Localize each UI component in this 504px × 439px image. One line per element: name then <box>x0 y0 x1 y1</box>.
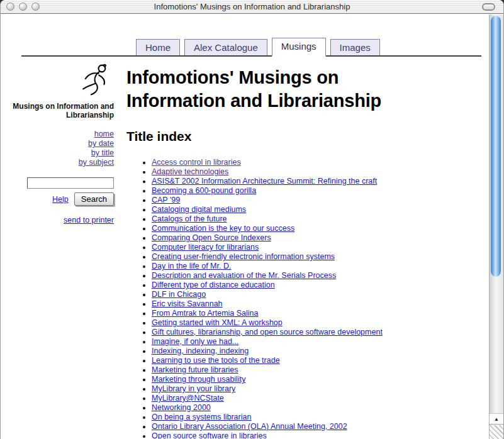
list-item: Learning to use the tools of the trade <box>152 356 489 365</box>
title-link[interactable]: Indexing, indexing, indexing <box>152 347 249 355</box>
window-titlebar[interactable]: Infomotions' Musings on Information and … <box>1 0 503 14</box>
sidebar: Musings on Information and Librarianship… <box>1 57 118 439</box>
sidebar-nav: home by date by title by subject <box>1 130 114 167</box>
list-item: Day in the life of Mr. D. <box>152 262 489 271</box>
list-item: MyLibrary@NCState <box>152 394 489 403</box>
title-link[interactable]: Marketing through usability <box>152 375 245 384</box>
list-item: Adaptive technologies <box>152 167 489 177</box>
zoom-button[interactable] <box>31 3 40 11</box>
title-link[interactable]: Becoming a 600-pound gorilla <box>152 186 256 195</box>
list-item: CAP '99 <box>152 196 489 205</box>
title-link[interactable]: Ontario Library Association (OLA) Annual… <box>152 422 347 431</box>
tab[interactable]: Images <box>330 39 380 55</box>
title-link[interactable]: Imagine, if only we had... <box>152 337 238 346</box>
list-item: Catalogs of the future <box>152 214 489 224</box>
minimize-button[interactable] <box>19 3 27 11</box>
title-link[interactable]: Creating user-friendly electronic inform… <box>152 252 335 261</box>
list-item: Imagine, if only we had... <box>152 337 489 347</box>
sidebar-nav-link[interactable]: by subject <box>1 158 114 167</box>
list-item: Different type of distance education <box>152 281 489 290</box>
list-item: Marketing future libraries <box>152 365 489 375</box>
list-item: MyLibrary in your library <box>152 384 489 394</box>
browser-window: Infomotions' Musings on Information and … <box>0 0 504 439</box>
title-link[interactable]: Networking 2000 <box>152 403 211 412</box>
sidebar-nav-link[interactable]: by date <box>1 139 114 148</box>
search-input[interactable] <box>27 177 114 189</box>
body-columns: Musings on Information and Librarianship… <box>1 57 489 439</box>
title-link[interactable]: Description and evaluation of the Mr. Se… <box>152 271 336 280</box>
window-title: Infomotions' Musings on Information and … <box>1 2 503 11</box>
tab-label: Alex Catalogue <box>194 42 258 53</box>
title-link[interactable]: Different type of distance education <box>152 281 275 289</box>
title-link[interactable]: CAP '99 <box>152 196 180 204</box>
tab-label: Home <box>145 42 171 53</box>
tab[interactable]: Musings <box>272 38 326 57</box>
search-button[interactable]: Search <box>74 192 114 206</box>
title-link[interactable]: Eric visits Savannah <box>152 299 223 308</box>
list-item: Open source software in libraries <box>152 431 489 439</box>
list-item: Access control in libraries <box>152 158 489 167</box>
title-link[interactable]: Day in the life of Mr. D. <box>152 262 231 270</box>
title-link[interactable]: From Amtrak to Artemia Salina <box>152 309 259 318</box>
title-link[interactable]: Marketing future libraries <box>152 365 238 374</box>
page-content: Home Alex Catalogue Musings Images <box>1 14 489 439</box>
title-link[interactable]: Getting started with XML: A workshop <box>152 318 283 327</box>
vertical-scrollbar[interactable]: ▲ <box>489 14 503 439</box>
title-link[interactable]: Cataloging digital mediums <box>152 205 246 214</box>
title-index-list: Access control in libraries Adaptive tec… <box>126 158 489 439</box>
scrollbar-thumb[interactable] <box>491 16 501 277</box>
title-link[interactable]: DLF in Chicago <box>152 290 206 299</box>
tab-label: Images <box>340 42 371 53</box>
list-item: Gift cultures, librarianship, and open s… <box>152 328 489 337</box>
resize-grip[interactable] <box>490 425 503 439</box>
main-content: Infomotions' Musings on Information and … <box>118 57 489 439</box>
list-item: Computer literacy for librarians <box>152 243 489 252</box>
list-item: Ontario Library Association (OLA) Annual… <box>152 422 489 431</box>
title-link[interactable]: Computer literacy for librarians <box>152 243 259 252</box>
list-item: Getting started with XML: A workshop <box>152 318 489 328</box>
dancing-figure-logo-icon <box>79 62 113 98</box>
list-item: Becoming a 600-pound gorilla <box>152 186 489 196</box>
list-item: Communication is the key to our success <box>152 224 489 233</box>
title-link[interactable]: Access control in libraries <box>152 158 241 167</box>
title-link[interactable]: Catalogs of the future <box>152 214 227 223</box>
tab[interactable]: Alex Catalogue <box>184 39 267 55</box>
title-link[interactable]: Adaptive technologies <box>152 167 228 176</box>
tab[interactable]: Home <box>136 39 180 55</box>
tab-bar: Home Alex Catalogue Musings Images <box>21 38 481 57</box>
list-item: Marketing through usability <box>152 375 489 384</box>
search-row: Help Search <box>1 192 114 206</box>
title-link[interactable]: Learning to use the tools of the trade <box>152 356 280 365</box>
title-link[interactable]: Communication is the key to our success <box>152 224 294 233</box>
list-item: Description and evaluation of the Mr. Se… <box>152 271 489 281</box>
list-item: ASIS&T 2002 Information Architecture Sum… <box>152 177 489 186</box>
close-button[interactable] <box>6 3 14 11</box>
list-item: On being a systems librarian <box>152 413 489 422</box>
list-item: Networking 2000 <box>152 403 489 413</box>
title-link[interactable]: MyLibrary in your library <box>152 384 235 393</box>
scroll-up-button[interactable]: ▲ <box>490 413 503 425</box>
sidebar-nav-link[interactable]: by title <box>1 148 114 158</box>
up-arrow-icon: ▲ <box>494 416 499 422</box>
title-link[interactable]: ASIS&T 2002 Information Architecture Sum… <box>152 177 377 186</box>
section-title: Title index <box>126 129 489 144</box>
list-item: Indexing, indexing, indexing <box>152 347 489 356</box>
send-to-printer-link[interactable]: send to printer <box>64 216 114 225</box>
title-link[interactable]: MyLibrary@NCState <box>152 394 224 403</box>
tab-label: Musings <box>281 41 316 52</box>
list-item: Cataloging digital mediums <box>152 205 489 214</box>
sidebar-brand: Musings on Information and Librarianship <box>1 102 114 119</box>
help-link[interactable]: Help <box>52 195 69 204</box>
toolbar-toggle-button[interactable] <box>482 3 495 11</box>
page-title: Infomotions' Musings on Information and … <box>126 66 419 113</box>
title-link[interactable]: Open source software in libraries <box>152 431 267 439</box>
list-item: Comparing Open Source Indexers <box>152 233 489 243</box>
list-item: DLF in Chicago <box>152 290 489 299</box>
list-item: Eric visits Savannah <box>152 299 489 309</box>
window-controls <box>6 3 40 11</box>
title-link[interactable]: Gift cultures, librarianship, and open s… <box>152 328 383 336</box>
list-item: Creating user-friendly electronic inform… <box>152 252 489 262</box>
title-link[interactable]: On being a systems librarian <box>152 413 251 421</box>
title-link[interactable]: Comparing Open Source Indexers <box>152 233 271 242</box>
sidebar-nav-link[interactable]: home <box>1 130 114 139</box>
